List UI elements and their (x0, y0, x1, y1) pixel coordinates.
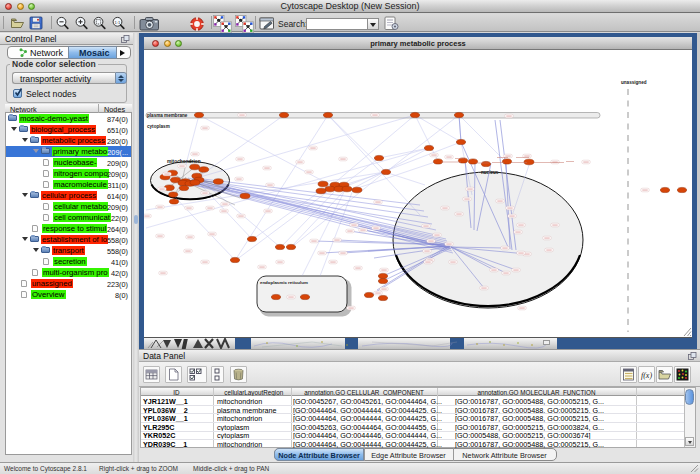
svg-text:plasma membrane: plasma membrane (147, 113, 188, 118)
svg-text:mitochondrion: mitochondrion (167, 159, 201, 164)
svg-text:cytoplasm: cytoplasm (147, 124, 170, 129)
svg-text:nucleus: nucleus (481, 170, 499, 175)
svg-text:unassigned: unassigned (621, 80, 647, 85)
svg-text:f(x): f(x) (641, 371, 652, 380)
svg-text:1:1: 1:1 (115, 20, 121, 25)
svg-text:endoplasmic reticulum: endoplasmic reticulum (260, 280, 308, 285)
